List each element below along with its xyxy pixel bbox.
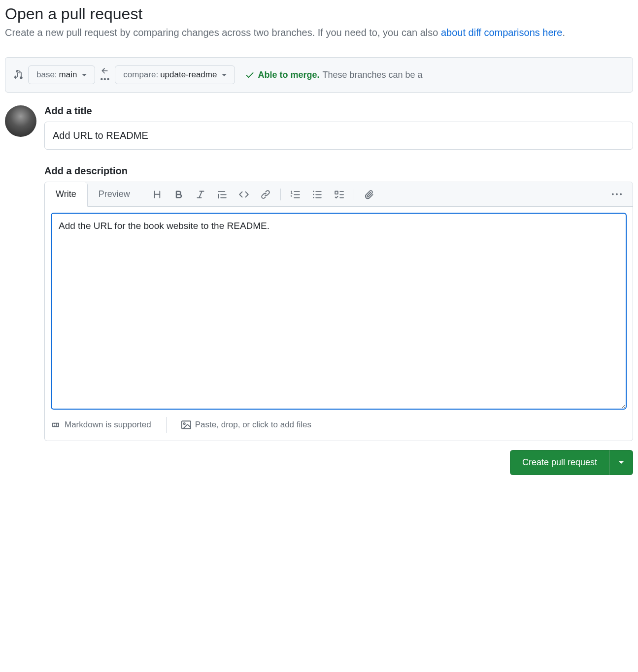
task-list-icon [334,190,344,199]
page-subtitle: Create a new pull request by comparing c… [5,25,633,40]
check-icon [245,70,255,80]
tab-write[interactable]: Write [45,182,88,207]
create-pr-dropdown[interactable] [609,450,633,475]
quote-icon [217,190,227,199]
comment-footer: Markdown is supported Paste, drop, or cl… [45,417,633,441]
toolbar-right [606,186,633,203]
attach-button[interactable] [358,186,380,203]
ellipsis-icon: ••• [100,75,110,83]
markdown-icon [51,421,61,428]
heading-button[interactable] [146,186,168,203]
heading-icon [152,190,162,199]
actions-row: Create pull request [44,450,633,475]
image-icon [181,420,191,430]
textarea-wrapper [45,207,633,417]
caret-down-icon [222,74,227,76]
arrow-left-icon [101,66,109,75]
diff-comparisons-link[interactable]: about diff comparisons here [441,27,562,38]
form-column: Add a title Add a description Write Prev… [44,105,633,475]
subtitle-suffix: . [562,27,565,38]
toolbar-divider [280,189,281,200]
merge-able-text: Able to merge. [258,70,319,80]
create-pr-button[interactable]: Create pull request [510,450,609,475]
title-label: Add a title [44,105,633,117]
quote-button[interactable] [211,186,233,203]
description-textarea[interactable] [51,213,627,410]
italic-button[interactable] [190,186,211,203]
caret-down-icon [82,74,87,76]
toolbar [146,186,380,203]
header-divider [5,48,633,48]
base-branch-select[interactable]: base: main [28,65,95,84]
link-icon [261,190,270,199]
description-label: Add a description [44,165,633,177]
unordered-list-icon [312,190,322,199]
caret-down-icon [619,461,624,464]
attach-files[interactable]: Paste, drop, or click to add files [181,420,311,430]
footer-divider [166,417,167,433]
compare-prefix: compare: [123,70,158,80]
bold-icon [174,190,184,199]
title-input[interactable] [44,122,633,150]
compare-arrow: ••• [100,66,110,83]
bold-button[interactable] [168,186,190,203]
main-row: Add a title Add a description Write Prev… [5,105,633,475]
comment-box: Write Preview [44,182,633,441]
unordered-list-button[interactable] [306,186,328,203]
merge-rest-text: These branches can be a [322,70,422,80]
compare-branch-select[interactable]: compare: update-readme [115,65,235,84]
paperclip-icon [364,190,374,199]
subtitle-text: Create a new pull request by comparing c… [5,27,441,38]
ordered-list-icon [291,190,301,199]
base-branch-name: main [59,70,77,80]
page-title: Open a pull request [5,5,633,23]
kebab-icon [612,190,622,199]
tabs-row: Write Preview [45,182,633,207]
compare-branch-name: update-readme [160,70,217,80]
kebab-menu-button[interactable] [606,186,628,203]
compare-bar: base: main ••• compare: update-readme Ab… [5,57,633,93]
base-prefix: base: [36,70,57,80]
merge-status: Able to merge. These branches can be a [245,70,422,80]
attach-text: Paste, drop, or click to add files [195,420,311,430]
ordered-list-button[interactable] [285,186,306,203]
markdown-text: Markdown is supported [65,420,151,430]
task-list-button[interactable] [328,186,350,203]
create-pr-group: Create pull request [510,450,633,475]
code-button[interactable] [233,186,255,203]
avatar[interactable] [5,105,36,137]
tab-preview[interactable]: Preview [88,182,141,206]
link-button[interactable] [255,186,276,203]
toolbar-divider [354,189,354,200]
code-icon [239,190,249,199]
git-compare-icon [13,70,23,80]
markdown-help[interactable]: Markdown is supported [51,420,151,430]
italic-icon [196,190,205,199]
